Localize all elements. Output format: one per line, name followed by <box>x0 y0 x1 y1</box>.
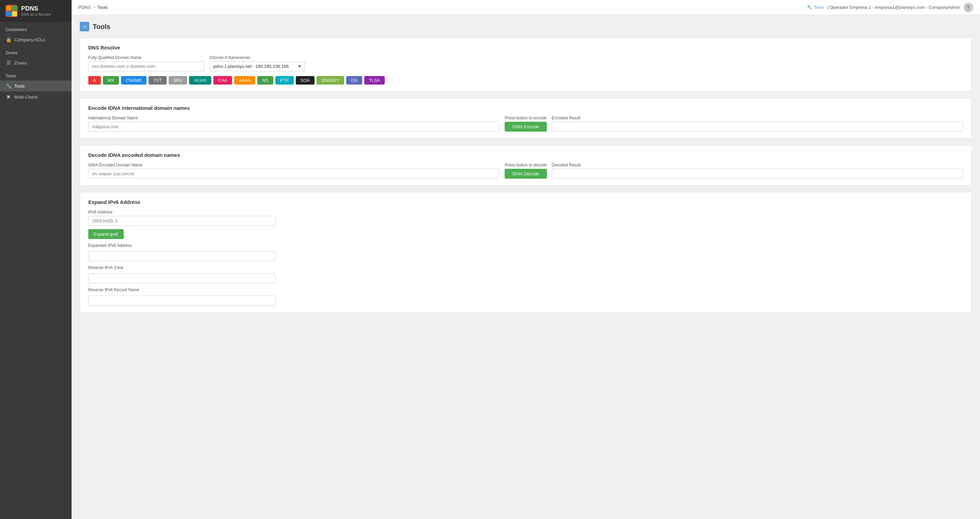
sidebar-item-zones[interactable]: ☰ Zones <box>0 57 72 68</box>
tools-section-label: Tools <box>0 68 72 80</box>
dns-type-btn-mx[interactable]: MX <box>103 76 119 85</box>
encode-result-input[interactable] <box>552 122 963 132</box>
breadcrumb-separator: > <box>93 5 95 10</box>
nameserver-group: Choose A Nameserver pdns-1.planisys.net … <box>210 55 305 71</box>
decode-idna-card: Decode IDNA encoded domain names IDNA En… <box>80 145 972 186</box>
app-subtitle: DNS as a Service <box>21 12 51 16</box>
idna-encode-button[interactable]: IDNA Encode <box>505 122 547 132</box>
dns-type-btn-ns[interactable]: NS <box>257 76 273 85</box>
expanded-ipv6-output[interactable] <box>88 251 276 261</box>
dns-type-btn-dnskey[interactable]: DNSKEY <box>317 76 344 85</box>
decode-result-input[interactable] <box>552 169 963 179</box>
avatar <box>964 3 973 12</box>
wrench-icon: 🔧 <box>5 83 11 89</box>
sidebar-item-label: Zones <box>14 61 27 65</box>
app-title: PDNS <box>21 5 51 12</box>
dns-type-btn-caa[interactable]: CAA <box>213 76 232 85</box>
dns-type-btn-cname[interactable]: CNAME <box>121 76 146 85</box>
sidebar-item-tools[interactable]: 🔧 Tools <box>0 80 72 91</box>
zones-section-label: Zones <box>0 45 72 57</box>
dns-type-btn-ds[interactable]: DS <box>346 76 362 85</box>
reverse-zone-label: Reverse IPv6 Zone <box>88 265 963 270</box>
sidebar-item-company-acls[interactable]: 🔒 Company ACLs <box>0 34 72 45</box>
sidebar-item-label: Multi-Check <box>14 94 38 99</box>
topbar-user-info: | Operador Empresa 1 - empresa1@planisys… <box>827 5 960 10</box>
encode-idna-row: International Domain Name Press button t… <box>88 116 963 132</box>
plus-icon: + <box>83 24 86 29</box>
reverse-record-output[interactable] <box>88 295 276 305</box>
encode-btn-group: Press button to encode IDNA Encode <box>505 116 547 132</box>
ipv6-card: Expand IPv6 Address IPv6 Address Expand … <box>80 192 972 313</box>
decode-input-label: IDNA Encoded Domain Name <box>88 163 500 168</box>
list-icon: ☰ <box>5 60 11 65</box>
expand-ipv6-button[interactable]: Expand ipv6 <box>88 229 124 239</box>
nameserver-select[interactable]: pdns-1.planisys.net - 190.185.106.166 <box>210 61 305 71</box>
decode-btn-group: Press button to decode IDNA Decode <box>505 163 547 179</box>
dns-type-btn-soa[interactable]: SOA <box>296 76 315 85</box>
logo-icon <box>5 5 18 17</box>
topbar-tools-link[interactable]: 🔧 Tools <box>807 5 824 10</box>
encode-input-label: International Domain Name <box>88 116 500 120</box>
page-title: Tools <box>93 23 110 31</box>
reverse-record-label: Reverse IPv6 Record Name <box>88 287 963 292</box>
fqdn-group: Fully Qualified Domain Name <box>88 55 204 71</box>
sidebar-item-label: Company ACLs <box>14 37 45 42</box>
expanded-ipv6-label: Expanded IPv6 Address <box>88 243 963 248</box>
dns-resolve-inputs: Fully Qualified Domain Name Choose A Nam… <box>88 55 963 71</box>
page-icon: + <box>80 22 89 31</box>
dns-type-btn-tlsa[interactable]: TLSA <box>364 76 385 85</box>
dns-type-btn-ptr[interactable]: PTR <box>275 76 294 85</box>
decode-result-label: Decoded Result <box>552 163 963 168</box>
dns-type-btn-a[interactable]: A <box>88 76 101 85</box>
idna-decode-button[interactable]: IDNA Decode <box>505 169 547 179</box>
decode-press-label: Press button to decode <box>505 163 547 168</box>
encode-result-group: Encoded Result <box>552 116 963 132</box>
nameserver-label: Choose A Nameserver <box>210 55 305 60</box>
svg-rect-1 <box>6 5 11 11</box>
dns-resolve-card: DNS Resolve Fully Qualified Domain Name … <box>80 38 972 92</box>
ipv6-input-label: IPv6 Address <box>88 210 963 214</box>
encode-press-label: Press button to encode <box>505 116 547 120</box>
decode-result-group: Decoded Result <box>552 163 963 179</box>
reverse-zone-output[interactable] <box>88 273 276 283</box>
topbar-right: 🔧 Tools | Operador Empresa 1 - empresa1@… <box>807 3 973 12</box>
fqdn-label: Fully Qualified Domain Name <box>88 55 204 60</box>
ipv6-title: Expand IPv6 Address <box>88 199 963 205</box>
customers-section-label: Customers <box>0 22 72 34</box>
decode-input-group: IDNA Encoded Domain Name <box>88 163 500 179</box>
content-area: + Tools DNS Resolve Fully Qualified Doma… <box>72 15 980 519</box>
encode-input-group: International Domain Name <box>88 116 500 132</box>
ipv6-input-group: IPv6 Address <box>88 210 963 226</box>
decode-idna-title: Decode IDNA encoded domain names <box>88 152 963 158</box>
page-header: + Tools <box>80 22 972 31</box>
lock-icon: 🔒 <box>5 37 11 42</box>
sidebar-item-label: Tools <box>14 83 24 89</box>
dns-type-buttons: AMXCNAMETXTSRVALIASCAAAAAANSPTRSOADNSKEY… <box>88 76 963 85</box>
encode-result-label: Encoded Result <box>552 116 963 120</box>
encode-idna-input[interactable] <box>88 122 500 132</box>
app-logo: PDNS DNS as a Service <box>0 0 72 22</box>
multicheck-icon: ✖ <box>5 94 11 99</box>
dns-type-btn-txt[interactable]: TXT <box>149 76 167 85</box>
fqdn-input[interactable] <box>88 61 204 71</box>
svg-point-6 <box>966 8 970 11</box>
breadcrumb-current: Tools <box>97 5 108 10</box>
decode-idna-input[interactable] <box>88 169 500 179</box>
dns-type-btn-alias[interactable]: ALIAS <box>189 76 211 85</box>
svg-point-5 <box>967 5 970 8</box>
decode-idna-row: IDNA Encoded Domain Name Press button to… <box>88 163 963 179</box>
ipv6-input[interactable] <box>88 216 276 226</box>
encode-idna-card: Encode IDNA international domain names I… <box>80 98 972 139</box>
topbar: PDNS > Tools 🔧 Tools | Operador Empresa … <box>72 0 980 15</box>
svg-rect-4 <box>12 11 17 16</box>
dns-resolve-title: DNS Resolve <box>88 45 963 51</box>
svg-rect-3 <box>6 11 11 16</box>
svg-rect-2 <box>12 5 17 11</box>
main-area: PDNS > Tools 🔧 Tools | Operador Empresa … <box>72 0 980 519</box>
sidebar-item-multi-check[interactable]: ✖ Multi-Check <box>0 91 72 102</box>
dns-type-btn-aaaa[interactable]: AAAA <box>234 76 256 85</box>
dns-type-btn-srv[interactable]: SRV <box>169 76 188 85</box>
breadcrumb-home: PDNS <box>78 5 91 10</box>
encode-idna-title: Encode IDNA international domain names <box>88 105 963 111</box>
sidebar: PDNS DNS as a Service Customers 🔒 Compan… <box>0 0 72 519</box>
